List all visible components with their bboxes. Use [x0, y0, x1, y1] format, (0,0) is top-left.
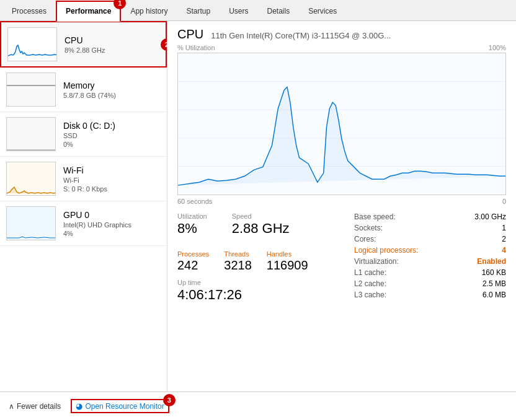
threads-label: Threads — [224, 250, 252, 258]
task-manager-window: Processes Performance 1 App history Star… — [0, 0, 516, 420]
cpu-title: CPU — [177, 27, 203, 42]
info-key-virt: Virtualization: — [354, 257, 441, 266]
info-val-sockets: 1 — [502, 224, 506, 232]
footer: ∧ Fewer details ◕ Open Resource Monitor … — [0, 392, 516, 420]
cpu-chart — [177, 53, 506, 195]
wifi-mini-chart-container — [6, 162, 56, 196]
uptime-value: 4:06:17:26 — [177, 287, 342, 303]
info-val-l3: 6.0 MB — [483, 291, 506, 299]
processes-label: Processes — [177, 250, 209, 258]
info-table: Base speed: 3.00 GHz Sockets: 1 Cores: 2… — [342, 212, 506, 310]
sidebar-item-disk[interactable]: Disk 0 (C: D:) SSD 0% — [0, 112, 167, 157]
cpu-panel: CPU 11th Gen Intel(R) Core(TM) i3-1115G4… — [167, 21, 516, 392]
utilization-block: Utilization 8% — [177, 212, 207, 237]
speed-block: Speed 2.88 GHz — [232, 212, 290, 237]
fewer-details-button[interactable]: ∧ Fewer details — [9, 402, 61, 411]
memory-item-detail: 5.8/7.8 GB (74%) — [63, 92, 116, 99]
memory-item-name: Memory — [63, 81, 116, 90]
disk-mini-chart-container — [6, 117, 56, 151]
info-row-virt: Virtualization: Enabled — [354, 257, 506, 266]
processes-block: Processes 242 — [177, 250, 209, 273]
chart-time-row: 60 seconds 0 — [177, 198, 506, 205]
wifi-mini-chart-svg — [7, 162, 56, 196]
stats-left: Utilization 8% Speed 2.88 GHz Processes … — [177, 212, 342, 310]
info-val-l1: 160 KB — [482, 268, 506, 277]
sidebar-item-memory[interactable]: Memory 5.8/7.8 GB (74%) — [0, 68, 167, 112]
disk-item-info: Disk 0 (C: D:) SSD 0% — [63, 121, 115, 148]
cpu-item-detail: 8% 2.88 GHz — [64, 46, 105, 54]
gpu-item-detail1: Intel(R) UHD Graphics — [63, 221, 131, 229]
info-key-logical: Logical processors: — [354, 246, 441, 255]
uptime-block: Up time 4:06:17:26 — [177, 279, 342, 303]
tab-startup[interactable]: Startup — [177, 1, 220, 22]
main-content: CPU 8% 2.88 GHz 2 Memory 5.8/7.8 GB (74%… — [0, 21, 516, 392]
info-val-l2: 2.5 MB — [483, 279, 506, 288]
gpu-mini-chart-container — [6, 206, 56, 240]
fewer-details-label: Fewer details — [17, 402, 61, 411]
chart-label-right: 100% — [489, 44, 506, 51]
cpu-title-row: CPU 11th Gen Intel(R) Core(TM) i3-1115G4… — [177, 27, 506, 42]
tab-performance[interactable]: Performance 1 — [56, 1, 121, 22]
info-val-cores: 2 — [502, 235, 506, 243]
open-monitor-label: Open Resource Monitor — [85, 402, 164, 411]
threads-value: 3218 — [224, 258, 252, 273]
chart-label-row: % Utilization 100% — [177, 44, 506, 51]
sidebar: CPU 8% 2.88 GHz 2 Memory 5.8/7.8 GB (74%… — [0, 21, 167, 392]
footer-badge: 3 — [163, 394, 176, 406]
wifi-item-info: Wi-Fi Wi-Fi S: 0 R: 0 Kbps — [63, 165, 107, 193]
cpu-chart-svg — [178, 53, 505, 195]
chevron-up-icon: ∧ — [9, 402, 14, 411]
gpu-mini-chart-svg — [7, 207, 56, 240]
memory-mini-chart-container — [6, 72, 56, 107]
tab-bar: Processes Performance 1 App history Star… — [0, 0, 516, 21]
cpu-mini-chart-container — [7, 27, 57, 61]
open-resource-monitor-button[interactable]: ◕ Open Resource Monitor 3 — [71, 399, 169, 413]
info-row-basespeed: Base speed: 3.00 GHz — [354, 212, 506, 221]
tab-details[interactable]: Details — [257, 1, 299, 22]
sidebar-item-wifi[interactable]: Wi-Fi Wi-Fi S: 0 R: 0 Kbps — [0, 157, 167, 201]
speed-label: Speed — [232, 212, 290, 220]
disk-item-detail2: 0% — [63, 141, 115, 148]
info-row-logical: Logical processors: 4 — [354, 246, 506, 255]
gpu-item-info: GPU 0 Intel(R) UHD Graphics 4% — [63, 210, 131, 237]
info-row-l2: L2 cache: 2.5 MB — [354, 279, 506, 288]
handles-value: 116909 — [267, 258, 308, 273]
info-key-l2: L2 cache: — [354, 279, 441, 288]
utilization-value: 8% — [177, 221, 207, 237]
info-row-l1: L1 cache: 160 KB — [354, 268, 506, 277]
tab-app-history[interactable]: App history — [121, 1, 177, 22]
info-key-sockets: Sockets: — [354, 224, 441, 232]
info-row-l3: L3 cache: 6.0 MB — [354, 291, 506, 299]
cpu-item-name: CPU — [64, 35, 105, 45]
sidebar-item-gpu[interactable]: GPU 0 Intel(R) UHD Graphics 4% — [0, 201, 167, 246]
info-key-basespeed: Base speed: — [354, 212, 441, 221]
sidebar-item-cpu[interactable]: CPU 8% 2.88 GHz 2 — [0, 21, 167, 68]
handles-block: Handles 116909 — [267, 250, 308, 273]
utilization-label: Utilization — [177, 212, 207, 220]
info-val-virt: Enabled — [477, 257, 506, 266]
memory-mini-chart-svg — [7, 73, 56, 107]
threads-block: Threads 3218 — [224, 250, 252, 273]
stats-grid: Utilization 8% Speed 2.88 GHz Processes … — [177, 212, 506, 310]
time-label-right: 0 — [502, 198, 506, 205]
info-key-l3: L3 cache: — [354, 291, 441, 299]
cpu-model: 11th Gen Intel(R) Core(TM) i3-1115G4 @ 3… — [211, 31, 391, 40]
disk-mini-chart-svg — [7, 118, 56, 151]
info-key-l1: L1 cache: — [354, 268, 441, 277]
cpu-mini-chart-svg — [8, 28, 57, 61]
wifi-item-name: Wi-Fi — [63, 165, 107, 175]
time-label-left: 60 seconds — [177, 198, 212, 205]
handles-label: Handles — [267, 250, 308, 258]
wifi-item-detail1: Wi-Fi — [63, 177, 107, 184]
info-row-sockets: Sockets: 1 — [354, 224, 506, 232]
processes-value: 242 — [177, 258, 209, 273]
info-key-cores: Cores: — [354, 235, 441, 243]
monitor-icon: ◕ — [76, 401, 82, 411]
sidebar-badge: 2 — [161, 38, 167, 51]
gpu-item-detail2: 4% — [63, 230, 131, 237]
tab-processes[interactable]: Processes — [2, 1, 56, 22]
tab-users[interactable]: Users — [220, 1, 257, 22]
speed-value: 2.88 GHz — [232, 221, 290, 237]
disk-item-detail1: SSD — [63, 132, 115, 139]
tab-services[interactable]: Services — [299, 1, 346, 22]
